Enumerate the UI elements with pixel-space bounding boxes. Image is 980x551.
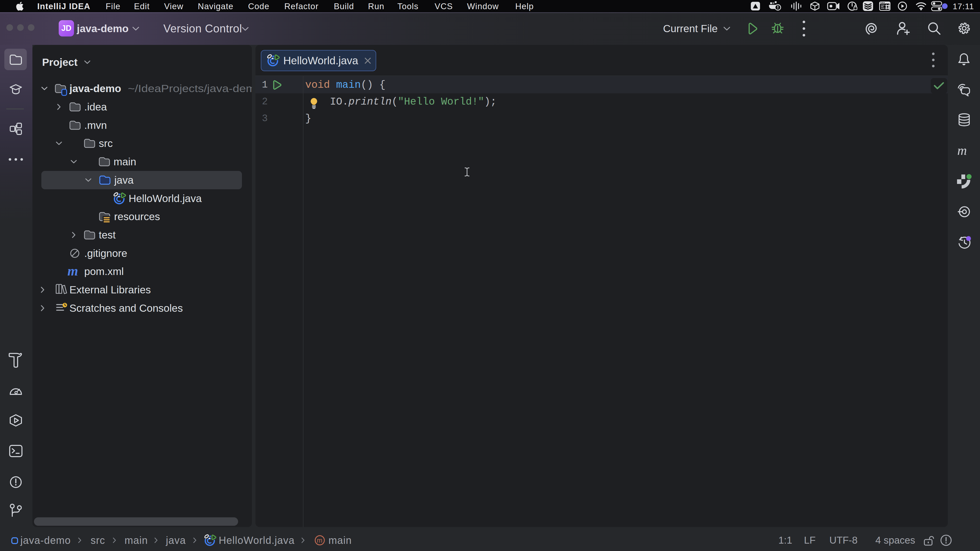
svg-text:m: m (957, 143, 967, 158)
svg-text:m: m (317, 537, 323, 544)
